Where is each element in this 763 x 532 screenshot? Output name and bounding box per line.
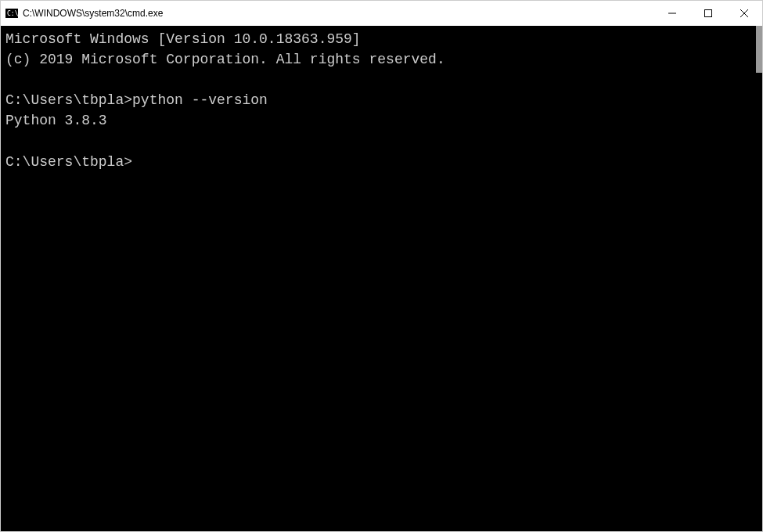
terminal-blank-line	[5, 70, 744, 90]
scrollbar-thumb[interactable]	[756, 26, 762, 73]
maximize-button[interactable]	[690, 1, 726, 26]
minimize-icon	[668, 9, 676, 17]
terminal-prompt-line-1: C:\Users\tbpla>python --version	[5, 90, 744, 110]
terminal-line-version: Microsoft Windows [Version 10.0.18363.95…	[5, 29, 744, 49]
maximize-icon	[704, 9, 712, 17]
terminal-cursor	[132, 154, 140, 170]
close-icon	[740, 9, 748, 17]
cmd-icon: C:\	[5, 7, 18, 20]
terminal-blank-line	[5, 131, 744, 151]
close-button[interactable]	[726, 1, 762, 26]
terminal-area[interactable]: Microsoft Windows [Version 10.0.18363.95…	[1, 26, 762, 531]
terminal-command-1: python --version	[132, 92, 268, 108]
terminal-output-1: Python 3.8.3	[5, 110, 744, 131]
scrollbar[interactable]	[749, 26, 762, 531]
svg-text:C:\: C:\	[7, 10, 18, 17]
cmd-window: C:\ C:\WINDOWS\system32\cmd.exe	[0, 0, 763, 532]
titlebar-left: C:\ C:\WINDOWS\system32\cmd.exe	[5, 7, 163, 20]
svg-rect-3	[705, 10, 712, 17]
window-title: C:\WINDOWS\system32\cmd.exe	[23, 8, 163, 19]
terminal-content[interactable]: Microsoft Windows [Version 10.0.18363.95…	[1, 26, 749, 531]
minimize-button[interactable]	[654, 1, 690, 26]
terminal-line-copyright: (c) 2019 Microsoft Corporation. All righ…	[5, 49, 744, 70]
window-controls	[654, 1, 762, 26]
terminal-prompt-line-2: C:\Users\tbpla>	[5, 152, 744, 172]
terminal-prompt-1: C:\Users\tbpla>	[5, 92, 132, 108]
titlebar: C:\ C:\WINDOWS\system32\cmd.exe	[1, 1, 762, 26]
terminal-prompt-2: C:\Users\tbpla>	[5, 154, 132, 170]
